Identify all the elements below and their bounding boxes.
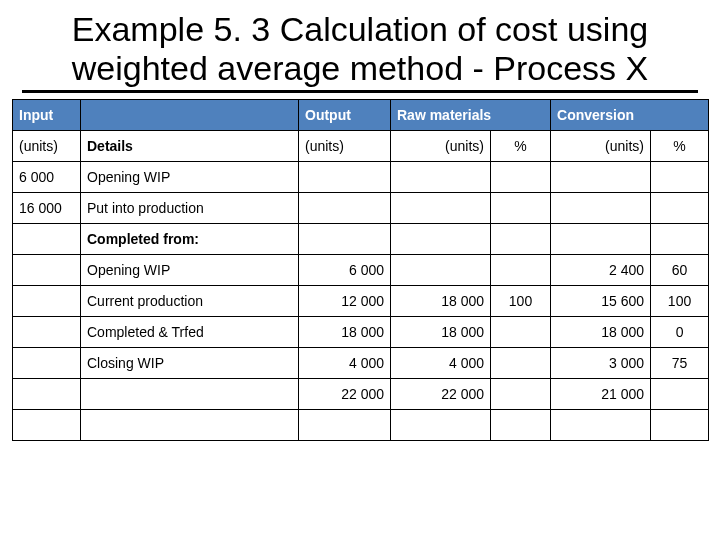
cell-details: Completed & Trfed <box>81 317 299 348</box>
cell-cv_u: 2 400 <box>551 255 651 286</box>
table-row: Completed & Trfed18 00018 00018 0000 <box>13 317 709 348</box>
cell-rm_u <box>391 255 491 286</box>
cell-input <box>13 348 81 379</box>
cell-output <box>299 410 391 441</box>
slide: Example 5. 3 Calculation of cost using w… <box>0 10 720 540</box>
cell-details <box>81 410 299 441</box>
cell-rm_p <box>491 255 551 286</box>
cell-output: 6 000 <box>299 255 391 286</box>
slide-title: Example 5. 3 Calculation of cost using w… <box>24 10 696 88</box>
cell-cv_p <box>651 193 709 224</box>
cell-details: Closing WIP <box>81 348 299 379</box>
cell-details <box>81 379 299 410</box>
hdr-conv: Conversion <box>551 100 709 131</box>
cell-rm_p <box>491 348 551 379</box>
cell-cv_p: 0 <box>651 317 709 348</box>
hdr-raw: Raw materials <box>391 100 551 131</box>
table-row: 16 000Put into production <box>13 193 709 224</box>
table-row: Current production12 00018 00010015 6001… <box>13 286 709 317</box>
hdr-input: Input <box>13 100 81 131</box>
cell-input <box>13 379 81 410</box>
cell-rm_u <box>391 162 491 193</box>
cell-rm_p <box>491 162 551 193</box>
hdr-blank <box>81 100 299 131</box>
table-row: Completed from: <box>13 224 709 255</box>
cell-output: 4 000 <box>299 348 391 379</box>
cell-cv_u <box>551 224 651 255</box>
cost-table: Input Output Raw materials Conversion (u… <box>12 99 709 441</box>
cell-input <box>13 255 81 286</box>
cell-rm_u: 4 000 <box>391 348 491 379</box>
cell-rm_u: 18 000 <box>391 286 491 317</box>
title-container: Example 5. 3 Calculation of cost using w… <box>22 10 698 93</box>
cell-cv_u <box>551 410 651 441</box>
cell-cv_p <box>651 379 709 410</box>
cell-details: Opening WIP <box>81 162 299 193</box>
hdr2-cv-pct: % <box>651 131 709 162</box>
hdr-output: Output <box>299 100 391 131</box>
cell-rm_u: 22 000 <box>391 379 491 410</box>
cell-rm_p <box>491 317 551 348</box>
cell-rm_u <box>391 224 491 255</box>
cell-cv_p <box>651 162 709 193</box>
cell-input: 6 000 <box>13 162 81 193</box>
cell-cv_u: 18 000 <box>551 317 651 348</box>
hdr2-output: (units) <box>299 131 391 162</box>
hdr2-details: Details <box>81 131 299 162</box>
cell-rm_u <box>391 410 491 441</box>
cell-input <box>13 286 81 317</box>
cell-cv_u: 21 000 <box>551 379 651 410</box>
cell-rm_p <box>491 410 551 441</box>
cell-output: 22 000 <box>299 379 391 410</box>
header-row-1: Input Output Raw materials Conversion <box>13 100 709 131</box>
cell-input <box>13 317 81 348</box>
cell-output: 18 000 <box>299 317 391 348</box>
cell-details: Current production <box>81 286 299 317</box>
hdr2-rm-pct: % <box>491 131 551 162</box>
hdr2-cv-units: (units) <box>551 131 651 162</box>
cell-details: Opening WIP <box>81 255 299 286</box>
cell-input <box>13 410 81 441</box>
cell-input: 16 000 <box>13 193 81 224</box>
cell-cv_u: 3 000 <box>551 348 651 379</box>
table-row: 6 000Opening WIP <box>13 162 709 193</box>
cell-output <box>299 193 391 224</box>
cell-rm_u <box>391 193 491 224</box>
cell-rm_p <box>491 193 551 224</box>
cell-cv_p: 100 <box>651 286 709 317</box>
cell-rm_u: 18 000 <box>391 317 491 348</box>
cell-output <box>299 224 391 255</box>
hdr2-input: (units) <box>13 131 81 162</box>
cell-rm_p: 100 <box>491 286 551 317</box>
cell-input <box>13 224 81 255</box>
cell-output: 12 000 <box>299 286 391 317</box>
cell-cv_p: 75 <box>651 348 709 379</box>
cell-output <box>299 162 391 193</box>
cell-cv_p: 60 <box>651 255 709 286</box>
table-row: Closing WIP4 0004 0003 00075 <box>13 348 709 379</box>
table-row: 22 00022 00021 000 <box>13 379 709 410</box>
table-row <box>13 410 709 441</box>
header-row-2: (units) Details (units) (units) % (units… <box>13 131 709 162</box>
cell-cv_p <box>651 410 709 441</box>
hdr2-rm-units: (units) <box>391 131 491 162</box>
cell-details: Put into production <box>81 193 299 224</box>
cell-rm_p <box>491 224 551 255</box>
cell-cv_u <box>551 162 651 193</box>
cell-rm_p <box>491 379 551 410</box>
cell-cv_u: 15 600 <box>551 286 651 317</box>
cell-cv_p <box>651 224 709 255</box>
cell-details: Completed from: <box>81 224 299 255</box>
cell-cv_u <box>551 193 651 224</box>
table-row: Opening WIP6 0002 40060 <box>13 255 709 286</box>
